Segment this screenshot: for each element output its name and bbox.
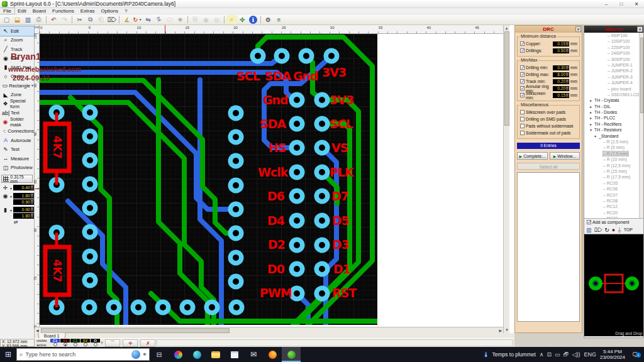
mirror-vertical-icon[interactable]: ⥮ (153, 15, 164, 24)
taskbar-search[interactable]: ⌕ Type here to search ⌖ (16, 348, 150, 361)
minimize-button[interactable]: – (599, 0, 614, 8)
layer-top-icon[interactable]: ⍊ (618, 226, 621, 233)
pad[interactable] (82, 300, 97, 315)
drc-checkbox[interactable] (520, 131, 525, 135)
size-value-field[interactable]: 1.80 (13, 213, 34, 219)
pad[interactable] (314, 213, 330, 229)
start-button[interactable]: ⊞ (0, 350, 16, 359)
macro-item[interactable]: – R (10 mm) (584, 156, 643, 162)
pad[interactable] (82, 129, 98, 145)
swap-arrow-icon[interactable]: ⇄ (14, 219, 34, 225)
menu-extras[interactable]: Extras (77, 8, 98, 14)
pcb-editor[interactable]: 4K74K7SCLSDAGnd3V3Gnd3V3SDASCLHSVSWclkPL… (40, 34, 377, 325)
pad[interactable] (228, 250, 244, 266)
pad[interactable] (228, 129, 244, 145)
macro-group[interactable]: ▸TH - Diodes (584, 109, 643, 115)
weather-widget[interactable]: 🌡 Temps to plummet (482, 351, 535, 358)
pad[interactable] (228, 202, 244, 217)
pad[interactable] (228, 274, 244, 290)
grid-button[interactable]: 0.3175 mm (1, 175, 33, 183)
action-center-icon[interactable]: 🗨1 (629, 351, 641, 358)
drc-value-field[interactable]: 0.20 (553, 86, 569, 91)
pad[interactable] (289, 92, 305, 108)
pad[interactable] (228, 226, 244, 241)
duplicate-icon[interactable]: ⎘ (190, 15, 201, 24)
tray-icon[interactable]: ◁)) (572, 351, 580, 358)
menu-options[interactable]: Options (97, 8, 121, 14)
mail-icon[interactable]: ✉ (244, 347, 263, 362)
rotate-macro-icon[interactable]: ↻ (604, 227, 609, 233)
drc-checkbox[interactable] (520, 124, 525, 128)
pad[interactable] (204, 300, 220, 315)
pad[interactable] (229, 300, 245, 315)
tray-icon[interactable]: 🗗 (564, 351, 569, 358)
dropdown-arrow-icon[interactable]: ▼ (9, 195, 13, 199)
drc-checkbox[interactable] (520, 93, 525, 97)
menu-board[interactable]: Board (30, 8, 49, 14)
pad[interactable] (314, 92, 330, 108)
dropdown-arrow-icon[interactable]: ▼ (9, 187, 13, 190)
macro-item[interactable]: – RC22 (584, 216, 643, 219)
delete-macro-icon[interactable]: ⌦ (594, 227, 602, 233)
pad[interactable] (106, 300, 122, 315)
pad[interactable] (82, 153, 98, 168)
drc-checkbox[interactable] (520, 79, 525, 84)
paste-icon[interactable]: ⎗ (96, 15, 106, 24)
tray-icon[interactable]: ⊡ (547, 351, 552, 358)
pad[interactable] (314, 165, 330, 180)
maximize-button[interactable]: □ (614, 0, 629, 8)
macro-subgroup[interactable]: ▾_Standard (584, 133, 643, 139)
macro-item[interactable]: – RC07 (584, 192, 643, 198)
macro-item[interactable]: – R (15 mm) (584, 168, 643, 174)
size-value-field[interactable]: 0.90 (13, 207, 34, 212)
add-as-component-checkbox[interactable] (587, 220, 591, 224)
pad-style-icon[interactable]: ● (612, 227, 615, 233)
pad[interactable] (299, 48, 314, 64)
pad[interactable] (314, 189, 330, 204)
active-layer-radio-s1[interactable] (64, 343, 67, 346)
sprint-layout-taskbar-icon[interactable] (282, 347, 301, 362)
size-value-field[interactable]: 1.80 (13, 193, 34, 199)
macro-item-selected[interactable]: – R (7,5 mm) (584, 151, 643, 156)
mirror-horizontal-icon[interactable]: ⇋ (143, 15, 153, 24)
macro-group[interactable]: ▸TH - DIL (584, 104, 643, 109)
print-icon[interactable]: ⎙ (33, 15, 44, 24)
settings-gear-icon[interactable]: ⚙ (263, 15, 274, 24)
menu-edit[interactable]: Edit (14, 8, 30, 14)
macro-group[interactable]: ▸TH - Crystals (584, 97, 643, 103)
pad[interactable] (289, 213, 305, 229)
no-connect-button[interactable]: ✗ (140, 339, 155, 347)
drc-checkbox[interactable] (520, 110, 525, 114)
vscroll-thumb[interactable] (504, 31, 509, 126)
macro-item[interactable]: – RC08 (584, 198, 643, 204)
store-icon[interactable] (225, 347, 244, 362)
drc-close-icon[interactable]: ✕ (575, 26, 581, 32)
open-file-icon[interactable]: ⬓ (12, 15, 23, 24)
macro-item[interactable]: – 30SIP100 (584, 57, 643, 62)
pad[interactable] (289, 261, 305, 277)
tool-special-form[interactable]: ❖Special form (0, 99, 34, 109)
drc-value-field[interactable]: 0.30 (553, 65, 569, 70)
pad[interactable] (289, 238, 305, 253)
menu-help[interactable]: ? (121, 8, 130, 14)
pad[interactable] (324, 48, 340, 64)
tray-icon[interactable]: ∧ (540, 351, 544, 358)
hscroll-thumb[interactable] (41, 328, 230, 333)
size-value-field[interactable]: 0.90 (13, 199, 34, 205)
lock-icon[interactable]: ◉ (201, 15, 211, 24)
drc-value-field[interactable]: 0.50 (553, 48, 569, 53)
size-value-field[interactable]: 0.40 (13, 185, 34, 190)
save-file-icon[interactable]: ▥ (23, 15, 33, 24)
macro-item[interactable]: – 10SIP100 (584, 38, 643, 44)
pad[interactable] (289, 165, 305, 180)
pad[interactable] (228, 178, 244, 194)
pad[interactable] (82, 200, 98, 216)
language-indicator[interactable]: ENG (584, 351, 596, 358)
snap-icon[interactable]: ✜ (237, 15, 248, 24)
drc-result-list[interactable] (517, 172, 580, 322)
macro-item[interactable]: – RC05 (584, 180, 643, 186)
pad[interactable] (289, 140, 305, 156)
drc-value-field[interactable]: 0.15 (553, 41, 569, 47)
macro-item[interactable]: – 24SIP100 (584, 50, 643, 56)
macro-item[interactable]: – R (2,5 mm) (584, 139, 643, 145)
